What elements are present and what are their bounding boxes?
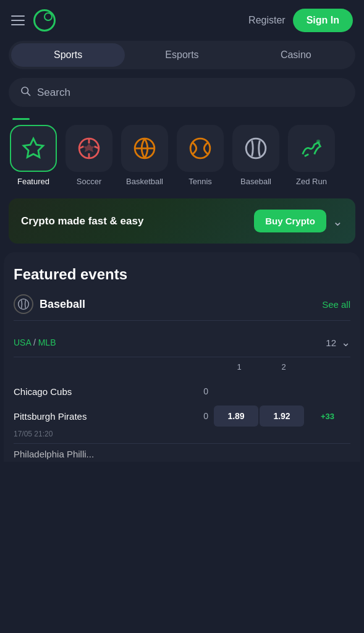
sport-name: Baseball bbox=[40, 298, 85, 311]
categories-list: Featured Soccer bbox=[9, 125, 355, 186]
search-bar[interactable]: Search bbox=[9, 78, 355, 107]
header: Register Sign In bbox=[0, 0, 364, 41]
nav-tabs: Sports Esports Casino bbox=[9, 41, 355, 69]
svg-point-12 bbox=[246, 138, 266, 158]
team2-odds: 1.89 1.92 +33 bbox=[213, 405, 350, 427]
league-row[interactable]: USA / MLB 12 ⌄ bbox=[14, 328, 350, 357]
league-name: USA / MLB bbox=[14, 338, 56, 347]
soccer-label: Soccer bbox=[77, 177, 101, 186]
featured-label: Featured bbox=[17, 177, 49, 186]
crypto-banner-right: Buy Crypto ⌄ bbox=[254, 210, 343, 232]
league-count: 12 bbox=[326, 338, 336, 348]
search-icon bbox=[20, 85, 31, 100]
col-header-2: 2 bbox=[261, 362, 306, 372]
column-headers: 1 2 bbox=[14, 357, 350, 375]
register-button[interactable]: Register bbox=[248, 15, 286, 26]
category-section: Featured Soccer bbox=[0, 113, 364, 190]
logo bbox=[33, 9, 56, 32]
basketball-label: Basketball bbox=[126, 177, 163, 186]
sport-header: Baseball See all bbox=[14, 294, 350, 321]
team-row-2: Pittsburgh Pirates 0 1.89 1.92 +33 bbox=[14, 405, 350, 427]
svg-point-14 bbox=[19, 299, 29, 310]
odds-cell-1[interactable]: 1.89 bbox=[214, 406, 258, 427]
signin-button[interactable]: Sign In bbox=[293, 9, 353, 32]
sport-title-left: Baseball bbox=[14, 294, 85, 314]
svg-marker-4 bbox=[83, 143, 94, 152]
sport-icon bbox=[14, 294, 33, 314]
odds-cell-empty-3 bbox=[305, 381, 350, 402]
crypto-banner: Crypto made fast & easy Buy Crypto ⌄ bbox=[9, 198, 355, 244]
match-date: 17/05 21:20 bbox=[14, 430, 350, 438]
team1-score: 0 bbox=[203, 386, 208, 396]
partial-match-row: Philadelphia Philli... bbox=[14, 444, 350, 462]
category-soccer[interactable]: Soccer bbox=[64, 125, 114, 186]
team-row-1: Chicago Cubs 0 bbox=[14, 380, 350, 402]
odds-cell-more[interactable]: +33 bbox=[305, 406, 350, 427]
crypto-banner-text: Crypto made fast & easy bbox=[21, 215, 143, 227]
category-featured[interactable]: Featured bbox=[9, 125, 58, 186]
partial-team-row: Philadelphia Philli... bbox=[14, 449, 350, 459]
header-left bbox=[11, 9, 56, 32]
svg-marker-2 bbox=[23, 138, 43, 157]
category-zedrun[interactable]: Zed Run bbox=[287, 125, 336, 186]
search-placeholder: Search bbox=[37, 87, 70, 99]
league-right: 12 ⌄ bbox=[326, 336, 350, 349]
featured-icon-box bbox=[10, 125, 57, 172]
basketball-icon-box bbox=[121, 125, 168, 172]
odds-cell-2[interactable]: 1.92 bbox=[260, 406, 304, 427]
league-country: USA bbox=[14, 338, 31, 347]
col-header-1: 1 bbox=[217, 362, 261, 372]
featured-section: Featured events Baseball See all USA / M… bbox=[4, 252, 360, 462]
tennis-label: Tennis bbox=[188, 177, 212, 186]
category-tennis[interactable]: Tennis bbox=[176, 125, 225, 186]
baseball-label: Baseball bbox=[240, 177, 271, 186]
zedrun-label: Zed Run bbox=[296, 177, 327, 186]
league-mlb: MLB bbox=[38, 338, 56, 347]
tab-sports[interactable]: Sports bbox=[11, 43, 125, 67]
tennis-icon-box bbox=[177, 125, 224, 172]
header-right: Register Sign In bbox=[248, 9, 353, 32]
zedrun-icon-box bbox=[288, 125, 335, 172]
partial-team-name: Philadelphia Philli... bbox=[14, 449, 94, 459]
buy-crypto-button[interactable]: Buy Crypto bbox=[254, 210, 326, 232]
svg-point-11 bbox=[190, 138, 210, 158]
hamburger-menu[interactable] bbox=[11, 15, 25, 25]
category-baseball[interactable]: Baseball bbox=[231, 125, 281, 186]
team1-odds bbox=[213, 380, 350, 402]
col-header-more bbox=[306, 362, 350, 372]
svg-line-1 bbox=[27, 93, 30, 95]
category-basketball[interactable]: Basketball bbox=[120, 125, 169, 186]
league-chevron-icon[interactable]: ⌄ bbox=[341, 336, 350, 349]
featured-title: Featured events bbox=[14, 266, 350, 283]
tab-casino[interactable]: Casino bbox=[239, 43, 353, 67]
team1-name: Chicago Cubs bbox=[14, 386, 72, 397]
tab-esports[interactable]: Esports bbox=[125, 43, 239, 67]
team2-name: Pittsburgh Pirates bbox=[14, 411, 87, 422]
match-row: Chicago Cubs 0 Pittsburgh Pirates 0 1.89… bbox=[14, 375, 350, 444]
svg-point-13 bbox=[316, 140, 320, 143]
crypto-banner-chevron[interactable]: ⌄ bbox=[332, 214, 343, 229]
baseball-icon-box bbox=[232, 125, 279, 172]
active-indicator bbox=[12, 118, 30, 120]
odds-cell-empty-2 bbox=[260, 381, 304, 402]
league-divider: / bbox=[33, 338, 38, 347]
see-all-button[interactable]: See all bbox=[322, 299, 350, 310]
odds-cell-empty-1 bbox=[214, 381, 258, 402]
team2-score: 0 bbox=[203, 411, 208, 421]
soccer-icon-box bbox=[66, 125, 112, 172]
